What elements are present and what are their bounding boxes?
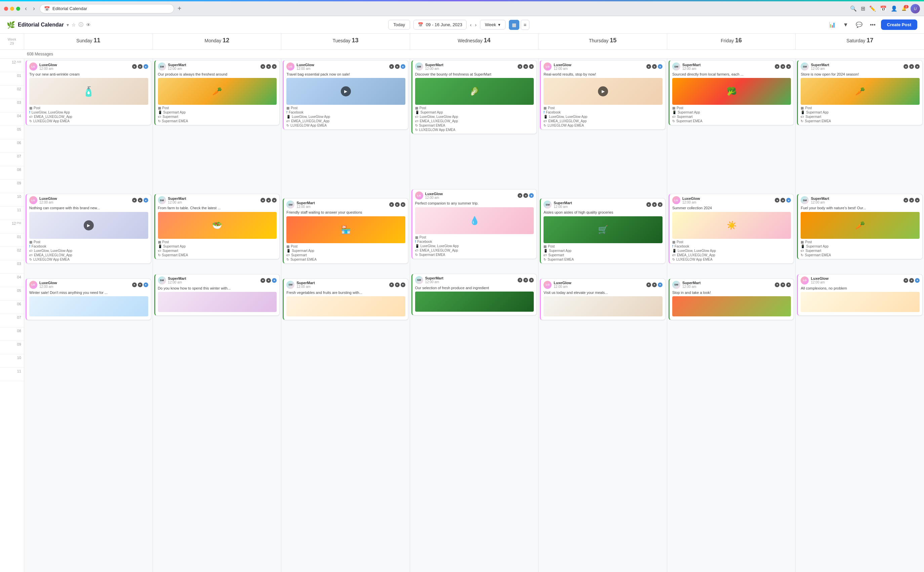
play-button[interactable]: ▶ xyxy=(341,86,351,96)
dot-icon-3: ● xyxy=(143,64,148,69)
star-icon[interactable]: ☆ xyxy=(72,22,76,28)
forward-button[interactable]: › xyxy=(31,5,36,12)
brand-avatar: LG xyxy=(287,62,294,70)
post-time: 12:00 am xyxy=(168,201,186,204)
post-card[interactable]: SM SuperMart 12:00 am ● ● ● Aisles xyxy=(540,198,665,263)
post-action-icons: ● ● ● xyxy=(775,283,791,287)
post-card[interactable]: LG LuxeGlow 12:00 am ● ● ● All comp xyxy=(797,274,922,316)
url-bar[interactable]: 📅 Editorial Calendar xyxy=(40,4,174,14)
post-card[interactable]: SM SuperMart 12:00 am ● ● ● Sourced xyxy=(668,60,794,125)
post-card[interactable]: LG LuxeGlow 12:00 am ● ● ● Nothing xyxy=(25,194,151,263)
post-meta: ▦ Post f Facebook 🏷 LuxeGlow, LuxeGlow A… xyxy=(29,240,148,261)
filter-icon-button[interactable]: ▼ xyxy=(841,20,851,30)
post-card[interactable]: LG LuxeGlow 12:00 am ● ● ● Travel b xyxy=(283,60,408,130)
post-card[interactable]: LG LuxeGlow 12:00 am ● ● ● Winter s xyxy=(25,278,151,320)
post-card[interactable]: SM SuperMart 12:00 am ● ● ● From fa xyxy=(154,194,280,259)
create-post-button[interactable]: Create Post xyxy=(881,19,917,30)
time-08am: 08 xyxy=(0,166,24,180)
post-card[interactable]: LG LuxeGlow 12:00 am ● ● ● Perfect xyxy=(411,189,537,259)
days-grid: LG LuxeGlow 12:00 am ● ● ● Try our xyxy=(24,59,924,572)
date-range-text: 09 - 16 June, 2023 xyxy=(426,22,462,27)
empty-slot xyxy=(153,260,281,274)
post-text: Friendly staff waiting to answer your qu… xyxy=(287,210,405,214)
brand-name: SuperMart xyxy=(811,63,829,67)
post-card[interactable]: SM SuperMart 12:00 am ● ● ● Discove xyxy=(411,60,537,134)
post-card[interactable]: SM SuperMart 12:00 am ● ● ● Friendl xyxy=(283,198,408,263)
post-image: 🏪 xyxy=(287,216,405,243)
week-view-selector[interactable]: Week ▾ xyxy=(480,20,505,30)
sunday-column: LG LuxeGlow 12:00 am ● ● ● Try our xyxy=(24,59,153,572)
post-meta: ▦ Post f Facebook 📱 LuxeGlow, LuxeGlow A… xyxy=(672,240,791,261)
calendar-body[interactable]: 12 AM 01 02 03 04 05 06 07 08 09 10 11 1… xyxy=(0,59,924,572)
brand-avatar: LG xyxy=(29,62,37,70)
browser-user-icon[interactable]: 👤 xyxy=(891,5,898,12)
post-card[interactable]: SM SuperMart 12:00 am ● ● ● Fresh v xyxy=(283,278,408,320)
post-meta: ▦ Post 📱 Supermart App 🏷 LuxeGlow, LuxeG… xyxy=(415,106,534,132)
week-label: Week xyxy=(485,22,496,27)
eye-icon[interactable]: 👁 xyxy=(86,22,91,28)
more-options-button[interactable]: ••• xyxy=(868,20,877,30)
browser-edit-icon[interactable]: ✏️ xyxy=(869,5,876,12)
post-card[interactable]: LG LuxeGlow 12:00 am ● ● ● Summer c xyxy=(668,194,794,263)
post-card[interactable]: SM SuperMart 12:00 am ● ● ● Our sel xyxy=(411,274,537,316)
chat-icon-button[interactable]: 💬 xyxy=(854,19,865,30)
post-card[interactable]: LG LuxeGlow 12:00 am ● ● ● Try our xyxy=(25,60,151,125)
post-card[interactable]: SM SuperMart 12:00 am ● ● ● Do you xyxy=(154,274,280,316)
next-week-button[interactable]: › xyxy=(475,22,477,28)
post-action-icons: ● ● ● xyxy=(647,283,662,287)
post-time: 12:00 am xyxy=(811,201,829,204)
post-action-icons: ● ● ● xyxy=(132,64,148,69)
grid-view-button[interactable]: ▦ xyxy=(509,20,519,30)
browser-calendar-icon[interactable]: 📅 xyxy=(880,5,887,12)
post-image: 🥬 xyxy=(415,78,534,105)
chart-icon-button[interactable]: 📊 xyxy=(827,19,838,30)
post-text: Aisles upon aisles of high quality groce… xyxy=(544,210,662,214)
brand-avatar: SM xyxy=(287,281,294,289)
post-meta: ▦ Post 📱 Supermart App 🏷 Supermart ↻ Sup… xyxy=(158,240,277,257)
prev-week-button[interactable]: ‹ xyxy=(470,22,472,28)
post-card[interactable]: SM SuperMart 12:00 am ● ● ● Our pro xyxy=(154,60,280,125)
post-card[interactable]: LG LuxeGlow 12:00 am ● ● ● Visit us xyxy=(540,278,665,320)
back-button[interactable]: ‹ xyxy=(23,5,28,12)
friday-column: SM SuperMart 12:00 am ● ● ● Sourced xyxy=(667,59,796,572)
time-05am: 05 xyxy=(0,126,24,139)
brand-avatar: SM xyxy=(801,196,809,204)
maximize-dot[interactable] xyxy=(16,7,20,11)
today-button[interactable]: Today xyxy=(388,20,410,30)
post-card[interactable]: SM SuperMart 12:00 am ● ● ● Fuel yo xyxy=(797,194,922,259)
notification-badge[interactable]: 🔔3 xyxy=(902,6,907,11)
post-card[interactable]: SM SuperMart 12:00 am ● ● ● Stop in xyxy=(668,278,794,320)
time-06pm: 06 xyxy=(0,301,24,314)
monday-column: SM SuperMart 12:00 am ● ● ● Our pro xyxy=(153,59,282,572)
time-02pm: 02 xyxy=(0,247,24,260)
post-action-icons: ● ● ● xyxy=(517,64,534,69)
new-tab-button[interactable]: + xyxy=(178,5,181,12)
post-card[interactable]: SM SuperMart 12:00 am ● ● ● Store i xyxy=(797,60,922,125)
post-card[interactable]: LG LuxeGlow 12:00 am ● ● ● Real-wor xyxy=(540,60,665,130)
header-right: 📊 ▼ 💬 ••• Create Post xyxy=(827,19,917,30)
play-button[interactable]: ▶ xyxy=(84,220,94,230)
post-text: Travel bag essential pack now on sale! xyxy=(287,72,405,76)
post-action-icons: ● ● ● xyxy=(517,278,534,283)
browser-grid-icon[interactable]: ⊞ xyxy=(861,5,865,12)
day-num-saturday: 17 xyxy=(866,37,873,44)
empty-slot xyxy=(796,260,924,274)
post-time: 12:00 am xyxy=(811,280,829,284)
dropdown-icon[interactable]: ▾ xyxy=(67,22,69,28)
time-03am: 03 xyxy=(0,99,24,112)
day-header-thursday: Thursday 15 xyxy=(539,34,667,50)
day-num-sunday: 11 xyxy=(93,37,100,44)
brand-name: SuperMart xyxy=(168,196,186,201)
list-view-button[interactable]: ≡ xyxy=(520,20,530,30)
user-avatar[interactable]: U xyxy=(910,4,920,14)
window-controls xyxy=(4,7,20,11)
close-dot[interactable] xyxy=(4,7,8,11)
time-01pm: 01 xyxy=(0,233,24,247)
time-11am: 11 xyxy=(0,207,24,220)
browser-search-icon[interactable]: 🔍 xyxy=(850,5,857,12)
post-time: 12:00 am xyxy=(811,67,829,70)
info-icon[interactable]: ⓘ xyxy=(79,22,83,28)
date-range[interactable]: 📅 09 - 16 June, 2023 xyxy=(413,20,466,30)
play-button[interactable]: ▶ xyxy=(598,86,608,96)
minimize-dot[interactable] xyxy=(10,7,14,11)
